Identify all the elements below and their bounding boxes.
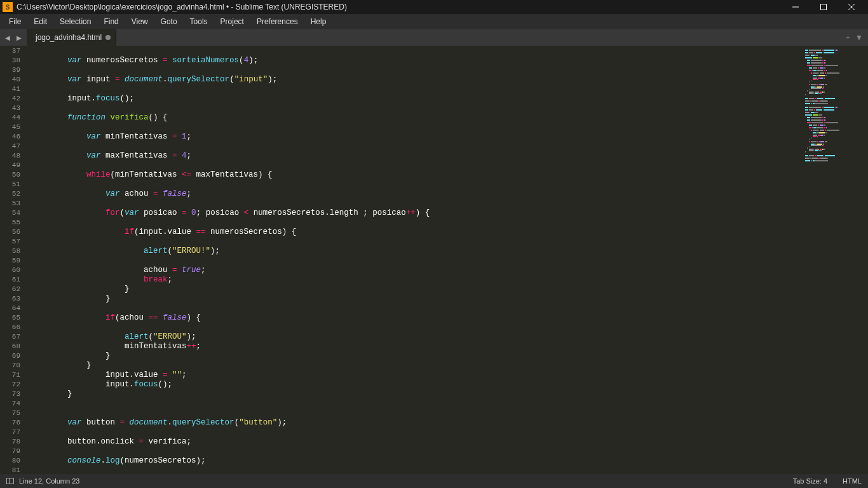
- code-area[interactable]: var numerosSecretos = sorteiaNumeros(4);…: [29, 46, 868, 474]
- status-right: Tab Size: 4 HTML: [793, 477, 862, 485]
- menu-view[interactable]: View: [125, 15, 154, 28]
- close-button[interactable]: [837, 0, 865, 14]
- status-left: Line 12, Column 23: [6, 477, 79, 485]
- menu-selection[interactable]: Selection: [53, 15, 97, 28]
- editor[interactable]: 3738394041424344454647484950515253545556…: [0, 46, 868, 474]
- menu-preferences[interactable]: Preferences: [250, 15, 304, 28]
- statusbar: Line 12, Column 23 Tab Size: 4 HTML: [0, 474, 868, 488]
- menu-help[interactable]: Help: [304, 15, 333, 28]
- menubar: FileEditSelectionFindViewGotoToolsProjec…: [0, 14, 868, 29]
- minimize-button[interactable]: [782, 0, 810, 14]
- app-icon: S: [3, 2, 13, 12]
- menu-edit[interactable]: Edit: [27, 15, 53, 28]
- maximize-button[interactable]: [810, 0, 837, 14]
- new-tab-icon[interactable]: +: [846, 33, 850, 42]
- line-gutter: 3738394041424344454647484950515253545556…: [0, 46, 27, 474]
- svg-rect-0: [821, 4, 827, 10]
- tabbar: ◀ ▶ jogo_advinha4.html + ▼: [0, 29, 868, 46]
- cursor-position: Line 12, Column 23: [19, 477, 79, 485]
- dirty-indicator-icon: [105, 35, 111, 40]
- window-controls: [782, 0, 865, 14]
- menu-find[interactable]: Find: [97, 15, 125, 28]
- menu-tools[interactable]: Tools: [184, 15, 214, 28]
- titlebar: S C:\Users\Victor\Desktop\logica\exercic…: [0, 0, 868, 14]
- minimap[interactable]: [798, 46, 868, 474]
- menu-file[interactable]: File: [3, 15, 27, 28]
- tab-nav: ◀ ▶: [0, 29, 27, 46]
- menu-goto[interactable]: Goto: [154, 15, 184, 28]
- tab-label: jogo_advinha4.html: [36, 33, 102, 42]
- window-title: C:\Users\Victor\Desktop\logica\exercicio…: [17, 3, 782, 11]
- tabbar-right: + ▼: [841, 29, 868, 46]
- tab-next-icon[interactable]: ▶: [14, 32, 24, 43]
- tab-active[interactable]: jogo_advinha4.html: [27, 29, 116, 46]
- menu-project[interactable]: Project: [214, 15, 250, 28]
- panel-switch-icon[interactable]: [6, 478, 14, 484]
- tab-menu-icon[interactable]: ▼: [855, 33, 863, 42]
- tab-prev-icon[interactable]: ◀: [3, 32, 13, 43]
- syntax-mode[interactable]: HTML: [843, 477, 862, 485]
- tab-size[interactable]: Tab Size: 4: [793, 477, 827, 485]
